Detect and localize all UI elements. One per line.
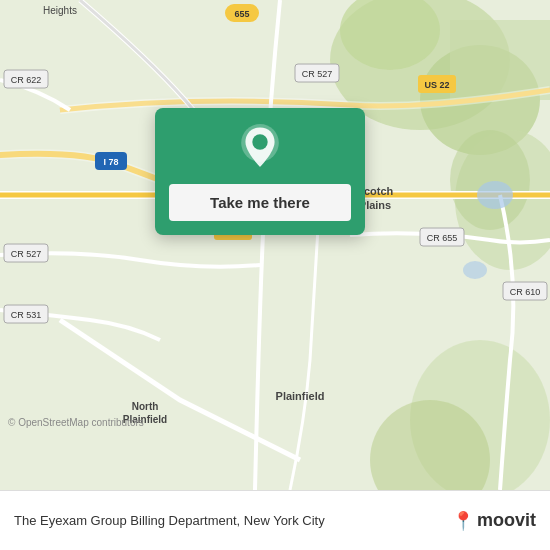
svg-text:Plainfield: Plainfield	[276, 390, 325, 402]
svg-point-40	[252, 134, 267, 149]
svg-text:655: 655	[234, 9, 249, 19]
svg-text:Heights: Heights	[43, 5, 77, 16]
svg-rect-4	[450, 20, 550, 100]
moovit-logo: 📍 moovit	[452, 510, 536, 532]
svg-text:CR 531: CR 531	[11, 310, 42, 320]
svg-point-6	[450, 130, 530, 230]
svg-text:CR 610: CR 610	[510, 287, 541, 297]
svg-text:I 78: I 78	[103, 157, 118, 167]
map-pin-icon	[236, 124, 284, 172]
svg-text:CR 527: CR 527	[302, 69, 333, 79]
copyright-text: © OpenStreetMap contributors	[8, 417, 144, 428]
map-container[interactable]: CR 622 655 US 22 I 78 CR 527 US 22 CR 52…	[0, 0, 550, 490]
svg-text:North: North	[132, 401, 159, 412]
svg-point-38	[463, 261, 487, 279]
svg-text:CR 622: CR 622	[11, 75, 42, 85]
svg-point-37	[477, 181, 513, 209]
take-me-there-button[interactable]: Take me there	[169, 184, 351, 221]
moovit-pin-emoji: 📍	[452, 510, 474, 532]
svg-text:CR 655: CR 655	[427, 233, 458, 243]
moovit-text: moovit	[477, 510, 536, 531]
svg-text:CR 527: CR 527	[11, 249, 42, 259]
location-name: The Eyexam Group Billing Department, New…	[14, 513, 446, 528]
bottom-bar: The Eyexam Group Billing Department, New…	[0, 490, 550, 550]
svg-text:US 22: US 22	[424, 80, 449, 90]
location-card: Take me there	[155, 108, 365, 235]
